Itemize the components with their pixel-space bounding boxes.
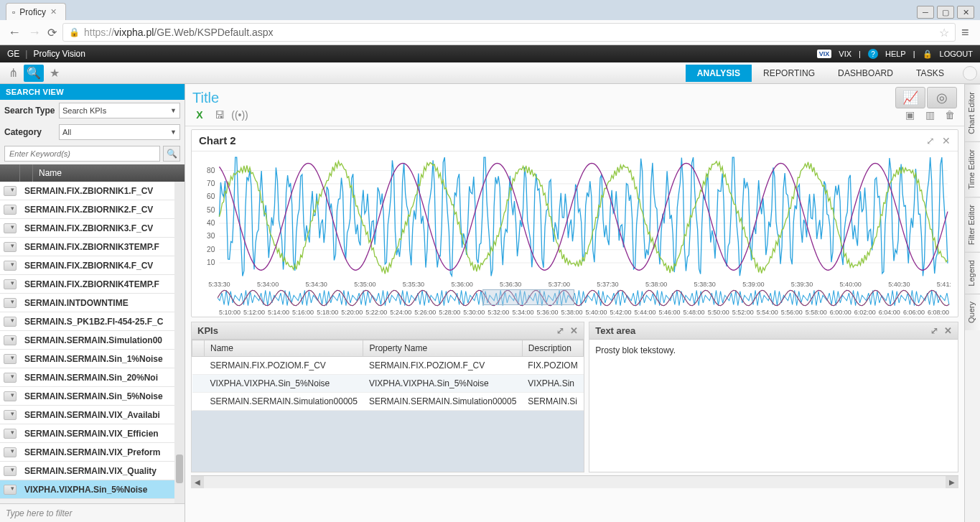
- row-menu-button[interactable]: [0, 354, 20, 364]
- scrollbar[interactable]: [174, 182, 185, 503]
- row-menu-button[interactable]: [0, 485, 20, 495]
- tree-row[interactable]: SERMAIN.FIX.ZBIORNIK1.F_CV: [0, 182, 185, 200]
- expand-icon[interactable]: ⤢: [556, 325, 564, 336]
- tree-row[interactable]: SERMAIN.SERMAIN.Sin_1%Noise: [0, 350, 185, 368]
- tree-row[interactable]: SERMAIN.SERMAIN.VIX_Availabi: [0, 406, 185, 424]
- horizontal-scrollbar[interactable]: ◀ ▶: [191, 475, 958, 488]
- table-row[interactable]: SERMAIN.FIX.POZIOM.F_CVSERMAIN.FIX.POZIO…: [192, 357, 584, 375]
- row-menu-button[interactable]: [0, 410, 20, 420]
- search-type-combo[interactable]: Search KPIs ▼: [59, 103, 180, 118]
- kpis-grid[interactable]: NameProperty NameDescription SERMAIN.FIX…: [192, 340, 584, 472]
- nav-tab-analysis[interactable]: ANALYSIS: [686, 65, 752, 82]
- close-icon[interactable]: ✕: [570, 325, 578, 336]
- minimize-button[interactable]: ─: [917, 6, 934, 19]
- row-menu-button[interactable]: [0, 223, 20, 233]
- back-button[interactable]: ←: [7, 25, 22, 39]
- overview-row[interactable]: 5:10:005:12:005:14:005:16:005:18:005:20:…: [192, 288, 958, 317]
- keyword-input[interactable]: [4, 146, 160, 162]
- text-body[interactable]: Prosty blok tekstowy.: [589, 340, 958, 472]
- table-row[interactable]: VIXPHA.VIXPHA.Sin_5%NoiseVIXPHA.VIXPHA.S…: [192, 375, 584, 393]
- browser-tab[interactable]: ▫ Proficy ✕: [6, 3, 66, 20]
- bookmark-icon[interactable]: ☆: [939, 26, 949, 39]
- nav-tab-tasks[interactable]: TASKS: [905, 65, 956, 82]
- name-column-header[interactable]: Name: [33, 168, 67, 178]
- row-menu-button[interactable]: [0, 298, 20, 308]
- tree-row[interactable]: VIXPHA.VIXPHA.Sin_5%Noise: [0, 480, 185, 499]
- close-icon[interactable]: ✕: [50, 7, 57, 17]
- row-menu-button[interactable]: [0, 373, 20, 383]
- layout-icon[interactable]: ▥: [923, 108, 937, 121]
- help-icon[interactable]: ?: [868, 49, 878, 59]
- expand-icon[interactable]: ⤢: [926, 135, 935, 146]
- scroll-left-button[interactable]: ◀: [191, 476, 204, 488]
- column-header[interactable]: Description: [522, 340, 583, 357]
- tree-row[interactable]: SERMAIN.SERMAIN.Simulation00: [0, 331, 185, 350]
- scroll-right-button[interactable]: ▶: [946, 476, 958, 488]
- column-header[interactable]: Name: [205, 340, 363, 357]
- star-icon[interactable]: ★: [45, 65, 65, 82]
- help-label[interactable]: HELP: [885, 50, 906, 58]
- row-menu-button[interactable]: [0, 317, 20, 327]
- tree-row[interactable]: SERMAIN.FIX.ZBIORNIK4TEMP.F: [0, 275, 185, 294]
- target-tool-button[interactable]: ◎: [927, 87, 957, 108]
- row-menu-button[interactable]: [0, 447, 20, 457]
- nav-tab-dashboard[interactable]: DASHBOARD: [826, 65, 905, 82]
- row-menu-button[interactable]: [0, 205, 20, 215]
- rail-tab-time-editor[interactable]: Time Editor: [965, 141, 980, 197]
- tree-row[interactable]: SERMAIN.FIX.ZBIORNIK2.F_CV: [0, 200, 185, 219]
- overview-selection[interactable]: [482, 289, 574, 305]
- trash-icon[interactable]: 🗑: [943, 108, 957, 121]
- kpi-tree[interactable]: SERMAIN.FIX.ZBIORNIK1.F_CVSERMAIN.FIX.ZB…: [0, 182, 185, 503]
- excel-export-icon[interactable]: X: [192, 108, 207, 121]
- tree-row[interactable]: SERMAIN.S_PK1B2.FI-454-25.F_C: [0, 312, 185, 331]
- row-menu-button[interactable]: [0, 186, 20, 196]
- category-combo[interactable]: All ▼: [59, 124, 180, 140]
- tree-row[interactable]: SERMAIN.FIX.ZBIORNIK3TEMP.F: [0, 238, 185, 256]
- tree-row[interactable]: SERMAIN.SERMAIN.Sin_5%Noise: [0, 387, 185, 406]
- close-icon[interactable]: ✕: [942, 135, 951, 146]
- chart-tool-button[interactable]: 📈: [895, 87, 925, 108]
- row-menu-button[interactable]: [0, 466, 20, 476]
- sound-icon[interactable]: ((•)): [233, 108, 247, 121]
- row-menu-button[interactable]: [0, 335, 20, 345]
- chat-bubble-icon[interactable]: [963, 66, 977, 80]
- chrome-menu-icon[interactable]: ≡: [961, 25, 973, 40]
- svg-text:5:37:00: 5:37:00: [549, 281, 570, 288]
- reload-button[interactable]: ⟳: [47, 26, 57, 39]
- tree-row[interactable]: SERMAIN.SERMAIN.VIX_Quality: [0, 462, 185, 480]
- rail-tab-legend[interactable]: Legend: [965, 252, 980, 294]
- expand-icon[interactable]: ⤢: [930, 325, 938, 336]
- row-menu-button[interactable]: [0, 261, 20, 271]
- row-menu-button[interactable]: [0, 242, 20, 252]
- close-window-button[interactable]: ✕: [957, 6, 974, 19]
- tree-filter-input[interactable]: Type here to filter: [0, 503, 185, 522]
- scrollbar-thumb[interactable]: [176, 455, 183, 483]
- search-icon[interactable]: 🔍: [24, 65, 44, 82]
- tree-row[interactable]: SERMAIN.SERMAIN.VIX_Efficien: [0, 424, 185, 443]
- column-header[interactable]: Property Name: [363, 340, 522, 357]
- omnibox[interactable]: 🔒 https://vixpha.pl/GE.Web/KSPDefault.as…: [62, 23, 956, 42]
- keyword-search-button[interactable]: 🔍: [163, 146, 180, 162]
- row-menu-button[interactable]: [0, 429, 20, 439]
- close-icon[interactable]: ✕: [944, 325, 952, 336]
- row-menu-button[interactable]: [0, 391, 20, 401]
- row-menu-button[interactable]: [0, 279, 20, 289]
- save-icon[interactable]: 🖫: [213, 108, 227, 121]
- nav-tab-reporting[interactable]: REPORTING: [752, 65, 826, 82]
- logout-label[interactable]: LOGOUT: [940, 50, 973, 58]
- tree-row[interactable]: SERMAIN.FIX.ZBIORNIK4.F_CV: [0, 256, 185, 275]
- tree-row[interactable]: SERMAIN.INTDOWNTIME: [0, 294, 185, 312]
- rail-tab-query[interactable]: Query: [965, 294, 980, 330]
- add-panel-icon[interactable]: ▣: [902, 108, 917, 121]
- tree-row[interactable]: SERMAIN.FIX.ZBIORNIK3.F_CV: [0, 219, 185, 238]
- share-icon[interactable]: ⋔: [3, 65, 23, 82]
- maximize-button[interactable]: ▢: [937, 6, 954, 19]
- workspace: SEARCH VIEW Search Type Search KPIs ▼ Ca…: [0, 84, 980, 522]
- table-row[interactable]: SERMAIN.SERMAIN.Simulation00005SERMAIN.S…: [192, 393, 584, 411]
- rail-tab-chart-editor[interactable]: Chart Editor: [965, 84, 980, 141]
- rail-tab-filter-editor[interactable]: Filter Editor: [965, 197, 980, 252]
- forward-button[interactable]: →: [27, 25, 42, 39]
- tree-row[interactable]: SERMAIN.SERMAIN.Sin_20%Noi: [0, 368, 185, 387]
- tree-row[interactable]: SERMAIN.SERMAIN.VIX_Preform: [0, 443, 185, 462]
- chart-body[interactable]: 10203040506070805:33:305:34:005:34:305:3…: [192, 152, 958, 288]
